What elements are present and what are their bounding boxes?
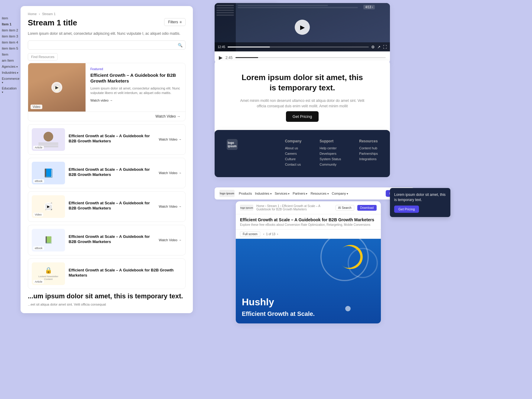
resource-cta-1[interactable]: Watch Video → — [159, 138, 182, 141]
resource-title-1: Efficient Growth at Scale – A Guidebook … — [69, 134, 155, 144]
breadcrumb: Home › Stream 1 — [28, 12, 186, 16]
footer-link-helpcenter[interactable]: Help center — [320, 146, 341, 150]
featured-type-badge: Video — [31, 105, 42, 109]
video-sidebar-line — [216, 15, 234, 16]
mini-line — [38, 143, 58, 144]
resource-thumb-5: 🔒 Locked Newsletter Content Article — [32, 262, 65, 285]
resource-title-4: Efficient Growth at Scale – A Guidebook … — [69, 234, 155, 245]
video-play-small-button[interactable]: ▶ — [219, 55, 222, 60]
video-time-total: 12:45 — [218, 45, 225, 49]
footer-link-partnerships[interactable]: Partnerships — [359, 152, 378, 155]
sidebar-item-item3[interactable]: item item 3 — [0, 33, 21, 39]
footer-link-systemstatus[interactable]: System Status — [320, 157, 341, 161]
white-dot — [345, 306, 351, 311]
doc-download-button[interactable]: Download — [357, 205, 377, 211]
footer-link-integrations[interactable]: Integrations — [359, 157, 378, 161]
doc-fullscreen-button[interactable]: Full screen — [240, 232, 260, 237]
doc-page-bar: Full screen ‹ 1 of 13 › — [236, 230, 381, 239]
sidebar-item-item5[interactable]: item item 5 — [0, 45, 21, 51]
featured-watch-button[interactable]: Watch video → — [90, 99, 180, 102]
footer-link-contact[interactable]: Contact us — [285, 163, 302, 166]
stream-page-card: Home › Stream 1 Stream 1 title Filters ≡… — [21, 6, 193, 313]
nav-logo-text: logo ipsum — [220, 192, 234, 195]
resource-cta-3[interactable]: Watch Video → — [159, 205, 182, 208]
video-sidebar-line — [216, 12, 234, 13]
tooltip-cta-button[interactable]: Get Pricing — [394, 206, 419, 213]
search-input[interactable] — [28, 41, 186, 50]
resource-cta-4[interactable]: Watch Video → — [159, 238, 182, 242]
footer-logo-text: logoipsum — [228, 141, 236, 148]
sidebar-item-item6[interactable]: Item — [0, 51, 21, 57]
sidebar-item-item1[interactable]: Item 1 — [0, 21, 21, 27]
breadcrumb-stream[interactable]: Stream 1 — [42, 12, 56, 16]
featured-top: 👩 ▶ Video Featured Efficient Growth – A … — [28, 63, 185, 112]
resource-info-1: Efficient Growth at Scale – A Guidebook … — [69, 134, 155, 145]
featured-watch-video-link[interactable]: Watch Video → — [155, 114, 180, 118]
doc-page-nav: ‹ 1 of 13 › — [263, 232, 278, 236]
video-progress-bar[interactable] — [235, 57, 386, 58]
footer-link-careers[interactable]: Careers — [285, 152, 302, 155]
doc-logo-text: logo ipsum — [240, 206, 253, 209]
sidebar-item-item[interactable]: item — [0, 15, 21, 21]
find-resources-label[interactable]: Find Resources — [28, 53, 58, 60]
resource-item-3: 🎬 ▶ Video Efficient Growth at Scale – A … — [28, 191, 186, 222]
featured-image: 👩 ▶ Video — [28, 63, 86, 112]
footer-col-resources: Resources Content hub Partnerships Integ… — [359, 139, 378, 168]
sidebar-item-item4[interactable]: item item 4 — [0, 39, 21, 45]
video-content-line — [238, 7, 358, 8]
footer-link-culture[interactable]: Culture — [285, 157, 302, 161]
nav-item-resources[interactable]: Resources — [310, 192, 329, 195]
doc-title-bar: Efficient Growth at Scale – A Guidebook … — [236, 214, 381, 230]
doc-preview: Hushly Efficient Growth at Scale. — [236, 239, 381, 323]
video-play-button[interactable]: ▶ — [295, 20, 310, 35]
nav-item-industries[interactable]: Industries — [255, 192, 271, 195]
resource-cta-2[interactable]: Watch Video → — [159, 171, 182, 175]
featured-play-button[interactable]: ▶ — [51, 82, 62, 93]
nav-item-company[interactable]: Company — [332, 192, 349, 195]
doc-next-page[interactable]: › — [277, 232, 278, 236]
featured-body: Featured Efficient Growth – A Guidebook … — [86, 63, 185, 112]
video-player-card: 4/13 › ▶ 12:45 ⚙ ↗ ⛶ ▶ 2:45 — [215, 3, 390, 63]
sidebar-item-ecommerce[interactable]: Ecommerce — [0, 76, 21, 85]
video-sidebar-line — [216, 10, 234, 11]
filters-button[interactable]: Filters ≡ — [164, 18, 186, 26]
doc-ai-search-button[interactable]: AI Search — [336, 205, 354, 211]
resource-info-5: Efficient Growth at Scale – A Guidebook … — [69, 268, 182, 279]
resource-type-badge-4: eBook — [33, 246, 44, 250]
share-icon[interactable]: ↗ — [377, 45, 381, 49]
settings-icon[interactable]: ⚙ — [371, 45, 375, 49]
doc-prev-page[interactable]: ‹ — [263, 232, 264, 236]
nav-item-partners[interactable]: Partners — [293, 192, 307, 195]
sidebar-item-education[interactable]: Education — [0, 85, 21, 95]
doc-viewer-header: logo ipsum Home › Stream 1 › Efficient G… — [236, 201, 381, 214]
footer-logo: logoipsum — [227, 139, 238, 150]
timeline-bar[interactable] — [228, 47, 369, 47]
footer-link-contenthub[interactable]: Content hub — [359, 146, 378, 150]
resource-type-badge-1: Article — [33, 146, 44, 149]
resource-play-button-3[interactable]: ▶ — [44, 202, 53, 211]
footer-link-community[interactable]: Community — [320, 163, 341, 166]
sidebar-item-agencies[interactable]: Agencies — [0, 63, 21, 70]
doc-preview-content: Hushly Efficient Growth at Scale. — [236, 290, 321, 323]
footer-col-resources-heading: Resources — [359, 139, 378, 143]
stream-description: Lorem ipsum dolor sit amet, consectetur … — [28, 31, 186, 36]
resource-item-5: 🔒 Locked Newsletter Content Article Effi… — [28, 258, 186, 289]
lock-icon: 🔒 — [45, 267, 52, 274]
video-timeline: 12:45 ⚙ ↗ ⛶ — [215, 42, 390, 51]
avatar — [44, 132, 53, 141]
footer-link-developers[interactable]: Developers — [320, 152, 341, 155]
video-sidebar-line — [216, 7, 234, 8]
nav-item-products[interactable]: Products — [239, 192, 252, 195]
nav-item-services[interactable]: Services — [275, 192, 290, 195]
video-current-time: 2:45 — [225, 56, 232, 60]
get-pricing-button[interactable]: Get Pricing — [286, 111, 319, 122]
video-page-counter: 4/13 › — [363, 5, 375, 9]
breadcrumb-home[interactable]: Home — [28, 12, 37, 16]
featured-label: Featured — [90, 67, 180, 71]
sidebar-item-industries[interactable]: Industries — [0, 70, 21, 76]
sidebar-item-item2[interactable]: item item 2 — [0, 27, 21, 33]
sidebar-item-amitem[interactable]: am Item — [0, 57, 21, 63]
footer-link-about[interactable]: About us — [285, 146, 302, 150]
mini-line — [38, 144, 58, 145]
fullscreen-icon[interactable]: ⛶ — [383, 45, 387, 49]
